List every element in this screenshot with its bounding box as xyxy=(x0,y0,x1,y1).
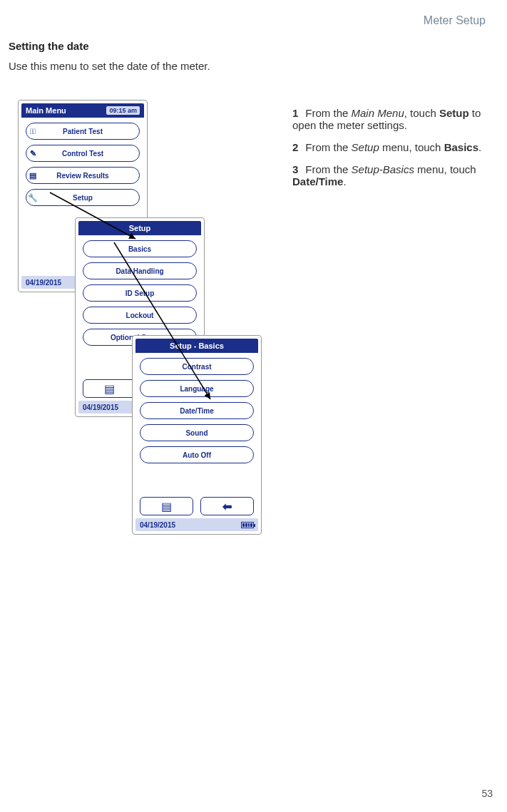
contrast-button[interactable]: Contrast xyxy=(140,358,254,375)
control-test-button[interactable]: ✎Control Test xyxy=(26,145,140,162)
screen-title: Setup - Basics xyxy=(170,341,224,350)
step-1: 1From the Main Menu, touch Setup to open… xyxy=(292,107,489,131)
footer-date: 04/19/2015 xyxy=(83,404,118,411)
date-time-button[interactable]: Date/Time xyxy=(140,402,254,419)
steps-list: 1From the Main Menu, touch Setup to open… xyxy=(292,107,489,197)
screen-title: Setup xyxy=(129,224,151,232)
step-2: 2From the Setup menu, touch Basics. xyxy=(292,141,489,153)
breadcrumb: Meter Setup xyxy=(424,14,486,27)
back-button[interactable]: ⬅ xyxy=(200,497,254,515)
language-button[interactable]: Language xyxy=(140,380,254,397)
sound-button[interactable]: Sound xyxy=(140,424,254,441)
clock: 09:15 am xyxy=(106,106,140,115)
step-3: 3From the Setup-Basics menu, touch Date/… xyxy=(292,163,489,187)
data-handling-button[interactable]: Data Handling xyxy=(83,262,197,279)
home-button[interactable]: ▤ xyxy=(140,497,193,515)
page-title: Setting the date xyxy=(9,40,89,52)
page-number: 53 xyxy=(481,788,493,799)
review-results-button[interactable]: ▤Review Results xyxy=(26,167,140,184)
titlebar: Setup - Basics xyxy=(135,339,258,353)
step-number: 1 xyxy=(292,107,298,119)
test-strip-icon: �⃞ xyxy=(25,125,41,137)
back-arrow-icon: ⬅ xyxy=(222,500,232,513)
dropper-icon: ✎ xyxy=(25,148,41,159)
lockout-button[interactable]: Lockout xyxy=(83,307,197,324)
step-number: 2 xyxy=(292,141,298,153)
basics-button[interactable]: Basics xyxy=(83,240,197,257)
battery-icon xyxy=(241,522,254,528)
auto-off-button[interactable]: Auto Off xyxy=(140,446,254,463)
footer-date: 04/19/2015 xyxy=(140,521,175,529)
footer-date: 04/19/2015 xyxy=(26,279,61,287)
home-icon: ▤ xyxy=(104,382,115,396)
titlebar: Setup xyxy=(78,221,201,235)
device-setup-basics-menu: Setup - Basics Contrast Language Date/Ti… xyxy=(132,335,262,535)
results-icon: ▤ xyxy=(25,170,41,181)
home-icon: ▤ xyxy=(161,500,172,513)
step-number: 3 xyxy=(292,163,298,175)
wrench-icon: 🔧 xyxy=(25,192,41,203)
footer-bar: 04/19/2015 xyxy=(135,518,258,531)
home-button[interactable]: ▤ xyxy=(83,379,136,398)
setup-button[interactable]: 🔧Setup xyxy=(26,189,140,206)
screen-title: Main Menu xyxy=(26,106,66,115)
patient-test-button[interactable]: �⃞Patient Test xyxy=(26,123,140,140)
titlebar: Main Menu 09:15 am xyxy=(21,103,144,118)
id-setup-button[interactable]: ID Setup xyxy=(83,284,197,302)
intro-text: Use this menu to set the date of the met… xyxy=(9,60,210,72)
